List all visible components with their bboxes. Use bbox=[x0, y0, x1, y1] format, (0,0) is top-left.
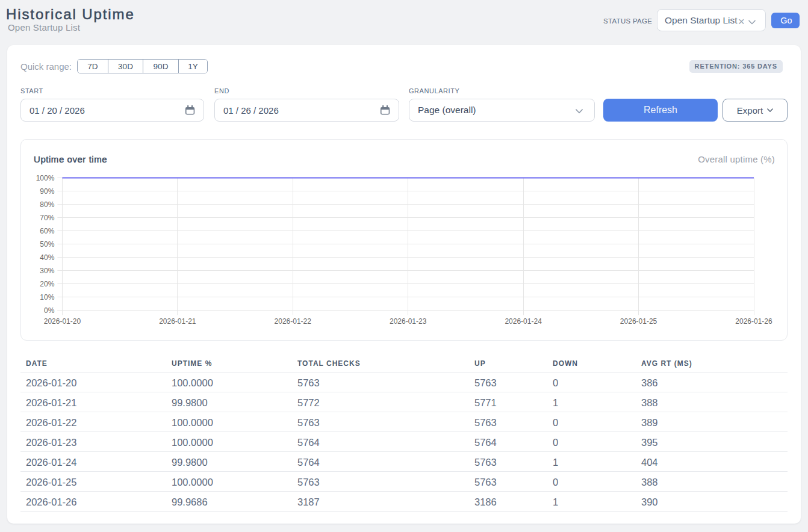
svg-text:2026-01-20: 2026-01-20 bbox=[44, 317, 81, 326]
svg-text:30%: 30% bbox=[40, 267, 54, 275]
svg-text:70%: 70% bbox=[40, 214, 54, 222]
svg-text:2026-01-25: 2026-01-25 bbox=[620, 317, 657, 326]
svg-text:2026-01-21: 2026-01-21 bbox=[159, 317, 196, 326]
svg-text:90%: 90% bbox=[40, 187, 54, 196]
svg-text:20%: 20% bbox=[40, 280, 54, 288]
svg-text:100%: 100% bbox=[36, 174, 55, 182]
svg-text:2026-01-23: 2026-01-23 bbox=[390, 317, 427, 326]
svg-text:50%: 50% bbox=[40, 240, 54, 249]
svg-text:0%: 0% bbox=[44, 306, 55, 315]
svg-text:40%: 40% bbox=[40, 253, 54, 262]
svg-text:2026-01-22: 2026-01-22 bbox=[275, 317, 312, 326]
svg-text:80%: 80% bbox=[40, 200, 54, 209]
svg-text:10%: 10% bbox=[40, 293, 54, 302]
svg-text:2026-01-26: 2026-01-26 bbox=[735, 317, 772, 326]
svg-text:60%: 60% bbox=[40, 227, 54, 235]
svg-text:2026-01-24: 2026-01-24 bbox=[505, 317, 542, 326]
